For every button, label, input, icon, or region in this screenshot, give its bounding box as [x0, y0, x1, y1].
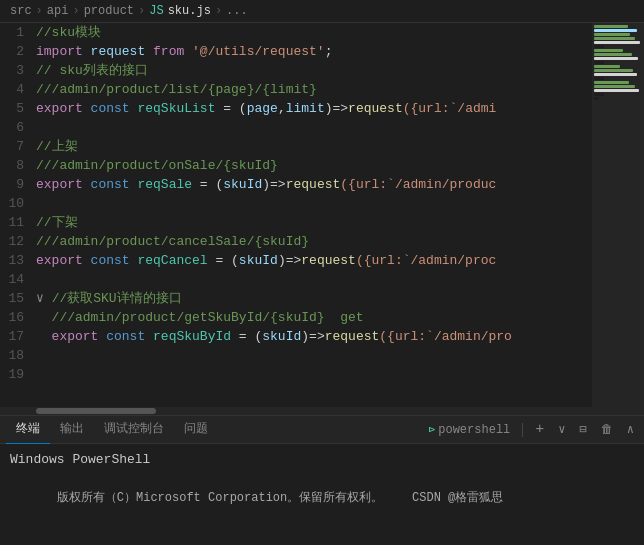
code-line: 5export const reqSkuList = (page,limit)=…: [0, 99, 592, 118]
scrollbar-thumb[interactable]: [36, 408, 156, 414]
minimap-line: [594, 65, 620, 68]
line-number: 14: [0, 270, 36, 289]
split-terminal-button[interactable]: ⊟: [576, 420, 591, 439]
line-number: 16: [0, 308, 36, 327]
minimap-line: [594, 81, 629, 84]
terminal-controls: ⊳ powershell + ∨ ⊟ 🗑 ∧: [425, 419, 638, 440]
code-area: 1//sku模块2import request from '@/utils/re…: [0, 23, 592, 415]
minimap-line: [594, 37, 635, 40]
tab-terminal[interactable]: 终端: [6, 415, 50, 445]
tab-output[interactable]: 输出: [50, 415, 94, 445]
shell-selector[interactable]: ⊳ powershell: [425, 421, 515, 439]
code-line: 9export const reqSale = (skuId)=>request…: [0, 175, 592, 194]
line-number: 8: [0, 156, 36, 175]
line-number: 4: [0, 80, 36, 99]
line-number: 3: [0, 61, 36, 80]
breadcrumb-api[interactable]: api: [47, 4, 69, 18]
code-line: 6: [0, 118, 592, 137]
kill-terminal-button[interactable]: 🗑: [597, 420, 617, 439]
line-content: ///admin/product/cancelSale/{skuId}: [36, 232, 592, 251]
line-content: [36, 365, 592, 384]
code-line: 18: [0, 346, 592, 365]
minimap-line: [594, 33, 630, 36]
line-number: 19: [0, 365, 36, 384]
line-content: //上架: [36, 137, 592, 156]
line-content: ∨ //获取SKU详情的接口: [36, 289, 592, 308]
line-content: ///admin/product/onSale/{skuId}: [36, 156, 592, 175]
tab-problems[interactable]: 问题: [174, 415, 218, 445]
editor-area: 1//sku模块2import request from '@/utils/re…: [0, 23, 644, 415]
minimap-line: [594, 45, 604, 48]
line-content: import request from '@/utils/request';: [36, 42, 592, 61]
code-line: 2import request from '@/utils/request';: [0, 42, 592, 61]
code-line: 10: [0, 194, 592, 213]
code-lines: 1//sku模块2import request from '@/utils/re…: [0, 23, 592, 407]
line-content: [36, 346, 592, 365]
line-number: 12: [0, 232, 36, 251]
breadcrumb-filename[interactable]: sku.js: [168, 4, 211, 18]
collapse-button[interactable]: ∧: [623, 420, 638, 439]
breadcrumb-src[interactable]: src: [10, 4, 32, 18]
line-content: //下架: [36, 213, 592, 232]
sep2: ›: [72, 4, 79, 18]
sep4: ›: [215, 4, 222, 18]
terminal-panel: 终端 输出 调试控制台 问题 ⊳ powershell + ∨ ⊟ 🗑 ∧ Wi…: [0, 415, 644, 545]
line-content: [36, 270, 592, 289]
minimap-line: [594, 61, 604, 64]
line-number: 15: [0, 289, 36, 308]
minimap-line: [594, 25, 628, 28]
code-line: 15∨ //获取SKU详情的接口: [0, 289, 592, 308]
shell-label: powershell: [438, 423, 510, 437]
tab-debug-console[interactable]: 调试控制台: [94, 415, 174, 445]
line-number: 6: [0, 118, 36, 137]
line-number: 17: [0, 327, 36, 346]
line-content: [36, 118, 592, 137]
code-line: 17 export const reqSkuById = (skuId)=>re…: [0, 327, 592, 346]
terminal-line-1: Windows PowerShell: [10, 450, 634, 469]
horizontal-scrollbar[interactable]: [0, 407, 592, 415]
code-line: 4///admin/product/list/{page}/{limit}: [0, 80, 592, 99]
line-number: 7: [0, 137, 36, 156]
powershell-icon: ⊳: [429, 423, 436, 436]
line-number: 11: [0, 213, 36, 232]
line-number: 1: [0, 23, 36, 42]
add-terminal-button[interactable]: +: [531, 419, 548, 440]
terminal-tab-bar: 终端 输出 调试控制台 问题 ⊳ powershell + ∨ ⊟ 🗑 ∧: [0, 416, 644, 444]
minimap-line: [594, 69, 633, 72]
line-content: ///admin/product/list/{page}/{limit}: [36, 80, 592, 99]
breadcrumb-product[interactable]: product: [84, 4, 134, 18]
breadcrumb-lang: JS: [149, 4, 163, 18]
chevron-down-button[interactable]: ∨: [554, 420, 569, 439]
line-number: 2: [0, 42, 36, 61]
breadcrumb-ellipsis: ...: [226, 4, 248, 18]
line-content: export const reqCancel = (skuId)=>reques…: [36, 251, 592, 270]
terminal-line-2: 版权所有（C）Microsoft Corporation。保留所有权利。 CSD…: [10, 469, 634, 527]
code-line: 1//sku模块: [0, 23, 592, 42]
minimap-line: [594, 73, 637, 76]
line-content: export const reqSkuList = (page,limit)=>…: [36, 99, 592, 118]
code-line: 12///admin/product/cancelSale/{skuId}: [0, 232, 592, 251]
minimap-line: [594, 97, 599, 100]
code-line: 7//上架: [0, 137, 592, 156]
line-number: 18: [0, 346, 36, 365]
minimap: [592, 23, 644, 415]
minimap-line: [594, 41, 640, 44]
code-line: 19: [0, 365, 592, 384]
minimap-line: [594, 57, 638, 60]
code-line: 13export const reqCancel = (skuId)=>requ…: [0, 251, 592, 270]
minimap-line: [594, 29, 637, 32]
line-number: 5: [0, 99, 36, 118]
minimap-line: [594, 53, 632, 56]
minimap-line: [594, 77, 604, 80]
line-content: //sku模块: [36, 23, 592, 42]
code-line: 3// sku列表的接口: [0, 61, 592, 80]
line-content: [36, 194, 592, 213]
line-content: export const reqSkuById = (skuId)=>reque…: [36, 327, 592, 346]
line-content: ///admin/product/getSkuById/{skuId} get: [36, 308, 592, 327]
code-line: 16 ///admin/product/getSkuById/{skuId} g…: [0, 308, 592, 327]
line-content: export const reqSale = (skuId)=>request(…: [36, 175, 592, 194]
sep1: ›: [36, 4, 43, 18]
minimap-line: [594, 85, 635, 88]
terminal-body[interactable]: Windows PowerShell 版权所有（C）Microsoft Corp…: [0, 444, 644, 545]
sep3: ›: [138, 4, 145, 18]
